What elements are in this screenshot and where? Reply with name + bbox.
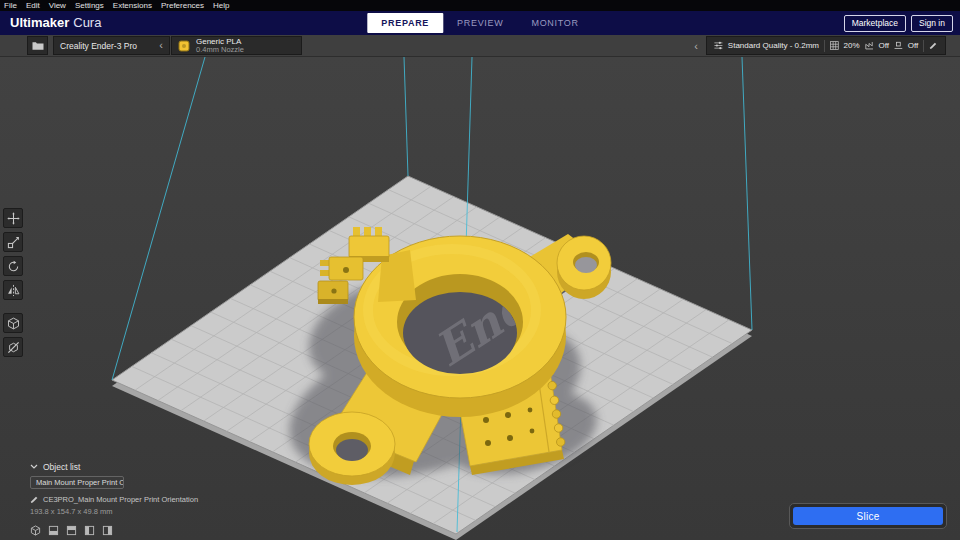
menu-bar: File Edit View Settings Extensions Prefe… (0, 0, 960, 11)
infill-density: 20% (844, 41, 860, 50)
chevron-down-icon (30, 464, 38, 469)
right-view-icon[interactable] (102, 525, 113, 536)
view-preset-bar (30, 525, 113, 536)
tab-monitor[interactable]: MONITOR (517, 13, 592, 33)
object-list-header[interactable]: Object list (30, 461, 198, 472)
3d-view-icon[interactable] (30, 525, 41, 536)
move-tool-button[interactable] (3, 208, 23, 228)
open-file-button[interactable] (27, 36, 48, 55)
app-header: UltimakerCura PREPARE PREVIEW MONITOR Ma… (0, 11, 960, 35)
support-icon (865, 40, 874, 51)
infill-icon (830, 40, 839, 51)
action-panel: Slice (789, 503, 947, 529)
rename-pencil-icon (30, 495, 39, 504)
per-model-settings-button[interactable] (3, 313, 23, 333)
folder-open-icon (32, 41, 44, 51)
object-list-item[interactable]: Main Mount Proper Print Or... (30, 476, 124, 489)
rotate-icon (7, 260, 20, 273)
model-name: CE3PRO_Main Mount Proper Print Orientati… (43, 495, 198, 504)
sign-in-button[interactable]: Sign in (911, 15, 953, 32)
mirror-icon (7, 284, 20, 297)
printer-selector[interactable]: Creality Ender-3 Pro ‹ (53, 36, 170, 55)
support-blocker-button[interactable] (3, 337, 23, 357)
move-icon (7, 212, 20, 225)
header-actions: Marketplace Sign in (844, 15, 953, 32)
menu-file[interactable]: File (4, 0, 17, 11)
divider (923, 40, 924, 52)
menu-edit[interactable]: Edit (26, 0, 40, 11)
printer-name: Creality Ender-3 Pro (60, 41, 137, 51)
logo-cura: Cura (73, 15, 101, 30)
stage-toolbar: Creality Ender-3 Pro ‹ Generic PLA 0.4mm… (0, 35, 960, 57)
scale-tool-button[interactable] (3, 232, 23, 252)
app-logo: UltimakerCura (10, 11, 101, 35)
menu-extensions[interactable]: Extensions (113, 0, 152, 11)
logo-ultimaker: Ultimaker (10, 15, 69, 30)
mirror-tool-button[interactable] (3, 280, 23, 300)
tool-column (3, 208, 23, 357)
nozzle-size: 0.4mm Nozzle (196, 46, 244, 55)
material-labels: Generic PLA 0.4mm Nozzle (196, 37, 244, 55)
object-list-panel: Object list Main Mount Proper Print Or..… (30, 461, 198, 516)
cura-window: File Edit View Settings Extensions Prefe… (0, 0, 960, 540)
chevron-left-icon[interactable]: ‹ (159, 40, 163, 51)
model-name-row[interactable]: CE3PRO_Main Mount Proper Print Orientati… (30, 495, 198, 504)
menu-preferences[interactable]: Preferences (161, 0, 204, 11)
support-state: Off (878, 41, 889, 50)
object-list-title: Object list (43, 462, 80, 472)
menu-view[interactable]: View (49, 0, 66, 11)
left-view-icon[interactable] (84, 525, 95, 536)
support-blocker-icon (7, 341, 20, 354)
slice-button[interactable]: Slice (793, 507, 943, 525)
menu-help[interactable]: Help (213, 0, 229, 11)
material-selector[interactable]: Generic PLA 0.4mm Nozzle (171, 36, 302, 55)
top-view-icon[interactable] (66, 525, 77, 536)
material-color-icon (178, 40, 190, 52)
adhesion-icon (894, 40, 903, 51)
front-view-icon[interactable] (48, 525, 59, 536)
marketplace-button[interactable]: Marketplace (844, 15, 906, 32)
scale-icon (7, 236, 20, 249)
print-settings-panel[interactable]: Standard Quality - 0.2mm 20% Off Off (706, 36, 946, 55)
sliders-icon (714, 40, 723, 51)
print-profile: Standard Quality - 0.2mm (728, 41, 819, 50)
edit-pencil-icon[interactable] (929, 40, 938, 51)
tab-preview[interactable]: PREVIEW (443, 13, 517, 33)
stage-tabs: PREPARE PREVIEW MONITOR (367, 11, 592, 35)
rotate-tool-button[interactable] (3, 256, 23, 276)
tab-prepare[interactable]: PREPARE (367, 13, 443, 33)
menu-settings[interactable]: Settings (75, 0, 104, 11)
per-model-settings-icon (7, 317, 20, 330)
divider (824, 40, 825, 52)
collapse-settings-chevron[interactable]: ‹ (689, 36, 703, 55)
adhesion-state: Off (908, 41, 919, 50)
model-dimensions: 193.8 x 154.7 x 49.8 mm (30, 507, 198, 516)
